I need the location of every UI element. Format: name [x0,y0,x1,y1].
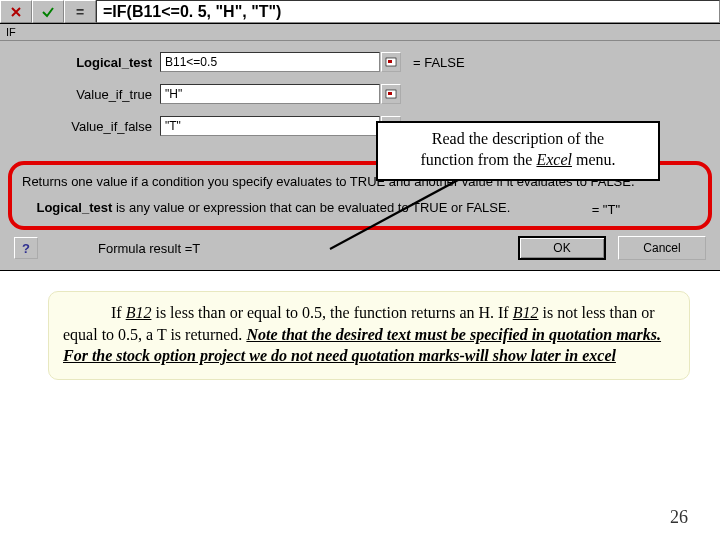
arg-label-logical-test: Logical_test [10,55,160,70]
function-wizard-button[interactable]: = [64,0,96,23]
svg-rect-3 [388,92,392,95]
formula-bar: = =IF(B11<=0. 5, "H", "T") [0,0,720,24]
value-if-false-input[interactable] [160,116,380,136]
arg-label-value-if-true: Value_if_true [10,87,160,102]
svg-rect-1 [388,60,392,63]
callout-box: Read the description of the function fro… [376,121,660,181]
svg-text:?: ? [22,241,30,255]
arg-label-value-if-false: Value_if_false [10,119,160,134]
cancel-button[interactable]: Cancel [618,236,706,260]
logical-test-input[interactable] [160,52,380,72]
logical-test-result: = FALSE [413,55,465,70]
ok-button[interactable]: OK [518,236,606,260]
formula-input[interactable]: =IF(B11<=0. 5, "H", "T") [96,0,720,23]
function-name-label: IF [0,24,720,41]
confirm-formula-button[interactable] [32,0,64,23]
formula-result-label: Formula result =T [98,241,200,256]
value-if-true-input[interactable] [160,84,380,104]
ref-select-button[interactable] [381,84,401,104]
function-arguments-dialog: IF Logical_test = FALSE Value_if_true Va… [0,24,720,271]
arg-row-logical-test: Logical_test = FALSE [10,51,710,73]
arg-row-value-if-true: Value_if_true [10,83,710,105]
help-button[interactable]: ? [14,237,38,259]
ref-select-button[interactable] [381,52,401,72]
explanatory-note: If B12 is less than or equal to 0.5, the… [48,291,690,380]
page-number: 26 [670,507,688,528]
dialog-arg-result: = "T" [592,202,620,217]
cancel-formula-button[interactable] [0,0,32,23]
svg-marker-6 [330,179,460,249]
callout-tail [320,177,470,257]
